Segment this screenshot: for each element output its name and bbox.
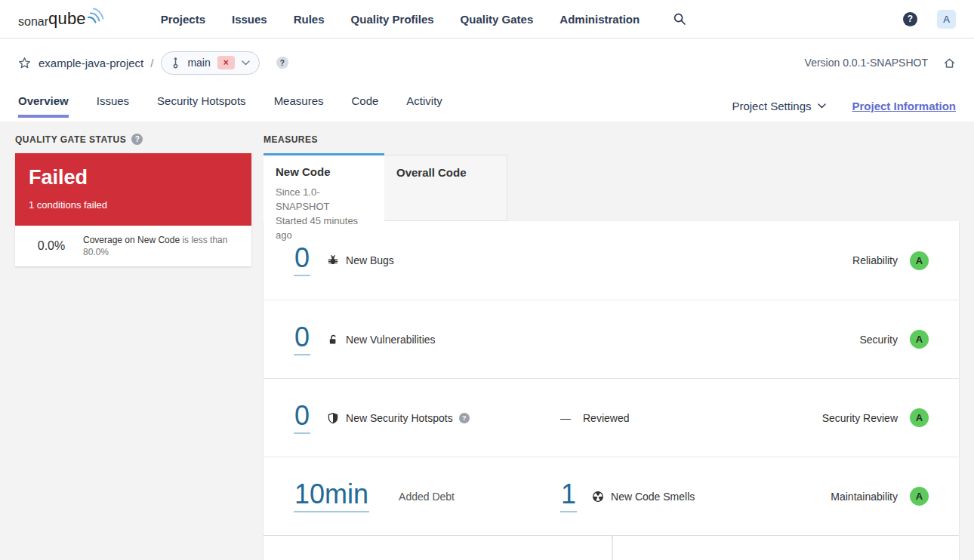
quality-gate-help-icon[interactable]	[131, 134, 143, 145]
new-code-since: Since 1.0-SNAPSHOT	[276, 185, 372, 214]
new-code-tab-label: New Code	[276, 165, 372, 178]
tab-overall-code[interactable]: Overall Code	[384, 155, 507, 221]
main-navigation: Projects Issues Rules Quality Profiles Q…	[161, 13, 640, 26]
branch-selector[interactable]: main	[161, 51, 259, 75]
measures-section: MEASURES New Code Since 1.0-SNAPSHOT Sta…	[264, 134, 959, 560]
coverage-card-partial	[264, 536, 612, 560]
maintainability-rating-badge[interactable]: A	[910, 487, 929, 506]
branch-icon	[171, 57, 180, 69]
quality-gate-title: QUALITY GATE STATUS	[15, 134, 126, 145]
project-tab-bar: Overview Issues Security Hotspots Measur…	[0, 87, 974, 122]
nav-item-quality-gates[interactable]: Quality Gates	[461, 13, 534, 26]
tab-issues[interactable]: Issues	[97, 94, 129, 118]
security-label: Security	[859, 334, 898, 346]
sonarqube-logo[interactable]: sonarqube	[18, 9, 105, 29]
new-bugs-count[interactable]: 0	[294, 245, 310, 276]
new-vulnerabilities-count[interactable]: 0	[294, 324, 310, 355]
reliability-label: Reliability	[852, 254, 898, 266]
project-settings-dropdown[interactable]: Project Settings	[732, 100, 826, 112]
open-lock-icon	[327, 334, 339, 346]
maintainability-label: Maintainability	[831, 491, 898, 503]
added-debt-value[interactable]: 10min	[294, 481, 369, 512]
measure-row-security: 0 New Vulnerabilities Security A	[264, 300, 959, 378]
nav-item-administration[interactable]: Administration	[559, 13, 640, 26]
project-tabs: Overview Issues Security Hotspots Measur…	[18, 94, 442, 122]
avatar[interactable]: A	[937, 10, 956, 29]
quality-gate-conditions-summary: 1 conditions failed	[29, 199, 238, 211]
top-navigation-bar: sonarqube Projects Issues Rules Quality …	[0, 0, 974, 38]
measures-panel: 0 New Bugs Reliability A	[264, 221, 959, 536]
logo-text-light: qube	[48, 9, 86, 29]
security-hotspots-help-icon[interactable]	[459, 413, 470, 423]
project-meta: Version 0.0.1-SNAPSHOT	[805, 57, 956, 69]
quality-gate-status: Failed	[29, 166, 238, 189]
security-review-label: Security Review	[822, 412, 898, 424]
favorite-star-icon[interactable]	[18, 57, 31, 69]
breadcrumb-project-name[interactable]: example-java-project	[39, 57, 143, 69]
code-period-tabs: New Code Since 1.0-SNAPSHOT Started 45 m…	[264, 153, 959, 221]
branch-close-icon[interactable]	[217, 56, 235, 69]
reviewed-label: Reviewed	[583, 412, 629, 424]
nav-item-quality-profiles[interactable]: Quality Profiles	[351, 13, 434, 26]
new-code-started: Started 45 minutes ago	[276, 214, 372, 242]
nav-item-projects[interactable]: Projects	[161, 13, 205, 26]
quality-gate-section: QUALITY GATE STATUS Failed 1 conditions …	[15, 134, 251, 560]
new-security-hotspots-count[interactable]: 0	[294, 402, 310, 434]
homepage-button[interactable]	[943, 57, 956, 69]
project-information-link[interactable]: Project Information	[852, 100, 956, 112]
search-icon	[673, 12, 686, 26]
tab-code[interactable]: Code	[351, 94, 378, 118]
branch-chevron-down-icon	[242, 60, 250, 66]
home-icon	[943, 57, 956, 69]
next-section-cards	[264, 536, 959, 560]
project-header-bar: example-java-project / main Version 0.0.…	[0, 38, 974, 87]
added-debt-label: Added Debt	[399, 491, 455, 503]
duplications-card-partial	[613, 536, 959, 560]
condition-description: Coverage on New Code is less than 80.0%	[83, 234, 242, 258]
tab-measures[interactable]: Measures	[274, 94, 324, 118]
code-smell-icon	[592, 491, 604, 503]
tab-activity[interactable]: Activity	[406, 94, 442, 118]
shield-icon	[327, 412, 339, 424]
help-button[interactable]	[903, 12, 917, 26]
sonar-waves-icon	[87, 6, 105, 24]
branch-help-icon[interactable]	[276, 57, 288, 69]
project-version: Version 0.0.1-SNAPSHOT	[805, 57, 928, 69]
new-code-smells-count[interactable]: 1	[560, 481, 577, 512]
new-vulnerabilities-label: New Vulnerabilities	[346, 334, 436, 346]
breadcrumb-separator: /	[150, 57, 153, 69]
nav-item-issues[interactable]: Issues	[232, 13, 267, 26]
new-code-smells-label: New Code Smells	[611, 491, 695, 503]
quality-gate-card: Failed 1 conditions failed 0.0% Coverage…	[15, 153, 251, 266]
failed-condition-row[interactable]: 0.0% Coverage on New Code is less than 8…	[15, 226, 251, 266]
bug-icon	[327, 254, 339, 266]
quality-gate-status-banner: Failed 1 conditions failed	[15, 153, 251, 226]
measures-title: MEASURES	[264, 134, 318, 145]
reviewed-value-dash: —	[560, 412, 571, 424]
logo-text-bold: sonar	[18, 15, 48, 29]
measure-row-security-review: 0 New Security Hotspots — Reviewed	[264, 378, 959, 457]
new-bugs-label: New Bugs	[346, 254, 394, 266]
security-rating-badge[interactable]: A	[910, 330, 929, 349]
tab-new-code[interactable]: New Code Since 1.0-SNAPSHOT Started 45 m…	[264, 153, 384, 221]
tab-overview[interactable]: Overview	[18, 94, 69, 118]
tabbar-right-group: Project Settings Project Information	[732, 100, 956, 122]
nav-item-rules[interactable]: Rules	[294, 13, 325, 26]
measure-row-maintainability: 10min Added Debt 1 New Code S	[264, 457, 959, 535]
condition-metric: Coverage on New Code	[83, 235, 180, 245]
overview-content: QUALITY GATE STATUS Failed 1 conditions …	[0, 122, 974, 560]
project-settings-label: Project Settings	[732, 100, 811, 112]
topbar-right-group: A	[903, 10, 956, 29]
security-review-rating-badge[interactable]: A	[910, 408, 929, 427]
condition-value: 0.0%	[24, 239, 79, 253]
tab-security-hotspots[interactable]: Security Hotspots	[157, 94, 246, 118]
new-security-hotspots-label: New Security Hotspots	[346, 412, 453, 424]
branch-name: main	[187, 57, 210, 69]
reliability-rating-badge[interactable]: A	[910, 251, 929, 270]
chevron-down-icon	[818, 103, 826, 109]
overall-code-tab-label: Overall Code	[396, 166, 495, 179]
search-button[interactable]	[673, 12, 686, 26]
